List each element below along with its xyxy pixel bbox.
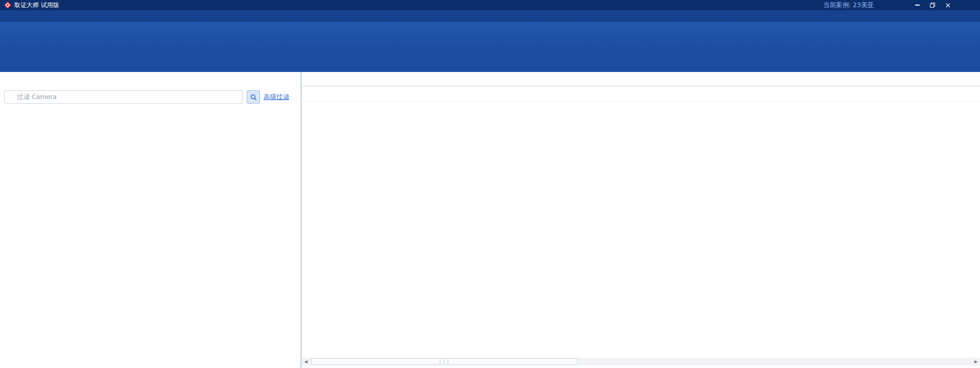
minimize-button[interactable] — [910, 0, 925, 10]
right-panel: ◀ ❘❘❘ ▶ — [302, 72, 980, 368]
breadcrumb — [302, 86, 980, 102]
restore-button[interactable] — [925, 0, 940, 10]
advanced-filter-link[interactable]: 高级过滤 — [264, 93, 289, 102]
scrollbar-thumb[interactable]: ❘❘❘ — [311, 358, 578, 365]
scroll-left-icon[interactable]: ◀ — [302, 358, 310, 365]
current-case-label: 当前案例: 23美亚 — [823, 1, 874, 10]
filter-search-button[interactable] — [247, 90, 260, 104]
app-window: 取证大师 试用版 当前案例: 23美亚 × 高级过滤 — [0, 0, 980, 368]
main-area: 高级过滤 ◀ ❘❘❘ ▶ — [0, 72, 980, 368]
tree-filter-input[interactable] — [4, 90, 243, 104]
folder-tree — [0, 106, 300, 368]
view-tabs — [302, 72, 980, 86]
left-panel: 高级过滤 — [0, 72, 300, 368]
restore-icon — [930, 3, 935, 8]
menu-bar — [0, 10, 980, 22]
scroll-right-icon[interactable]: ▶ — [972, 358, 980, 365]
scrollbar-grip-icon: ❘❘❘ — [438, 360, 450, 364]
file-table-wrap — [302, 118, 980, 368]
window-title: 取证大师 试用版 — [14, 1, 59, 10]
table-horizontal-scrollbar[interactable]: ◀ ❘❘❘ ▶ — [302, 358, 980, 365]
left-panel-actions — [0, 72, 300, 88]
search-icon — [250, 94, 257, 101]
file-actions-toolbar — [302, 102, 980, 118]
minimize-icon — [915, 5, 920, 6]
close-button[interactable]: × — [940, 0, 955, 10]
scrollbar-track[interactable]: ❘❘❘ — [310, 358, 972, 365]
main-toolbar — [0, 22, 980, 54]
app-logo-icon — [4, 2, 11, 9]
tree-filter-row: 高级过滤 — [0, 88, 300, 106]
title-bar: 取证大师 试用版 当前案例: 23美亚 × — [0, 0, 980, 10]
document-tab-strip — [0, 54, 980, 72]
